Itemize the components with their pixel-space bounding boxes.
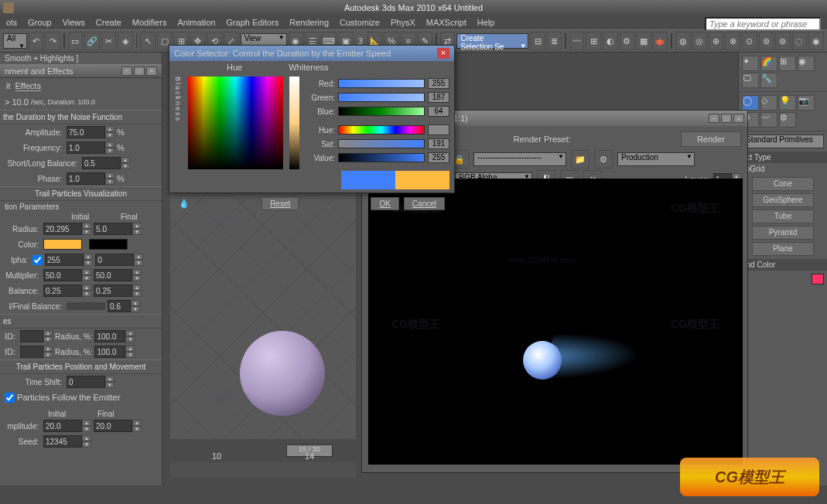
- blue-value[interactable]: 64: [428, 106, 449, 117]
- rw-maximize-icon[interactable]: □: [721, 114, 732, 123]
- production-dropdown[interactable]: Production: [617, 152, 695, 166]
- sphere-object[interactable]: [240, 331, 325, 416]
- hierarchy-tab-icon[interactable]: ⊞: [779, 56, 796, 71]
- hue-picker[interactable]: [188, 77, 283, 169]
- preset-save-icon[interactable]: ⚙: [594, 150, 613, 169]
- menu-help[interactable]: Help: [477, 18, 495, 27]
- amp2-final-spinner[interactable]: ▲▼: [94, 420, 142, 432]
- search-input[interactable]: [705, 17, 821, 31]
- menu-grapheditors[interactable]: Graph Editors: [226, 18, 279, 27]
- hue-slider[interactable]: [338, 125, 425, 135]
- layers-icon[interactable]: ≣: [547, 32, 562, 50]
- rw-close-icon[interactable]: ×: [733, 114, 744, 123]
- red-value[interactable]: 255: [428, 78, 449, 89]
- menu-animation[interactable]: Animation: [177, 18, 215, 27]
- selection-set-dropdown[interactable]: Create Selection Se: [456, 33, 528, 49]
- timeshift-spinner[interactable]: ▲▼: [67, 376, 114, 388]
- cameras-icon[interactable]: 📷: [798, 95, 815, 111]
- menu-modifiers[interactable]: Modifiers: [132, 18, 167, 27]
- spacewarps-icon[interactable]: 〰: [760, 112, 777, 128]
- blue-slider[interactable]: [338, 107, 425, 116]
- menu-group[interactable]: Group: [28, 18, 52, 27]
- object-color-swatch[interactable]: [812, 274, 824, 284]
- render-frame-icon[interactable]: ▦: [636, 32, 651, 50]
- finbal-slider[interactable]: [67, 302, 105, 310]
- cs-close-button[interactable]: ×: [437, 48, 449, 59]
- frequency-spinner[interactable]: ▲▼: [67, 141, 114, 154]
- motion-tab-icon[interactable]: ◉: [798, 56, 815, 71]
- geometry-icon[interactable]: ◯: [742, 95, 759, 111]
- seed-spinner[interactable]: ▲▼: [43, 435, 91, 448]
- preset-dropdown[interactable]: -------------------------: [473, 152, 566, 166]
- color-final-swatch[interactable]: [89, 239, 128, 250]
- tab-effects[interactable]: Effects: [15, 81, 41, 91]
- eyedropper-icon[interactable]: 💧: [179, 199, 190, 209]
- shapes-icon[interactable]: ◇: [760, 95, 777, 111]
- close-icon[interactable]: ×: [146, 66, 157, 76]
- reset-button[interactable]: Reset: [261, 197, 299, 210]
- tool-f-icon[interactable]: ⊚: [759, 32, 774, 50]
- cancel-button[interactable]: Cancel: [404, 197, 445, 210]
- alpha-initial-spinner[interactable]: ▲▼: [45, 254, 93, 266]
- menu-rendering[interactable]: Rendering: [289, 18, 329, 27]
- tool-a-icon[interactable]: ◍: [675, 32, 691, 50]
- tool-g-icon[interactable]: ⊛: [775, 32, 791, 50]
- id1-radius-spinner[interactable]: ▲▼: [94, 330, 135, 342]
- tool-h-icon[interactable]: ◌: [792, 32, 808, 50]
- rollout-trail-pos[interactable]: Trail Particles Position and Movement: [0, 359, 162, 374]
- display-tab-icon[interactable]: 🖵: [742, 73, 759, 88]
- undo-icon[interactable]: ↶: [29, 32, 44, 50]
- render-button[interactable]: Render: [681, 131, 741, 147]
- menu-tools[interactable]: ols: [6, 18, 17, 27]
- radius-initial-spinner[interactable]: ▲▼: [43, 223, 91, 235]
- id2-radius-spinner[interactable]: ▲▼: [94, 346, 135, 358]
- val-slider[interactable]: [338, 153, 425, 162]
- color-selector-titlebar[interactable]: Color Selector: Control the Duration by …: [169, 46, 454, 61]
- balance-spinner[interactable]: ▲▼: [82, 157, 130, 169]
- curve-editor-icon[interactable]: 〰: [569, 32, 585, 50]
- preset-load-icon[interactable]: 📁: [571, 150, 589, 169]
- all-dropdown[interactable]: All: [3, 33, 27, 49]
- menu-customize[interactable]: Customize: [340, 18, 380, 27]
- rollout-trail-viz[interactable]: Trail Particles Visualization: [0, 186, 162, 201]
- plane-button[interactable]: Plane: [752, 242, 814, 256]
- bal2-final-spinner[interactable]: ▲▼: [94, 284, 142, 297]
- cone-button[interactable]: Cone: [752, 177, 814, 191]
- quick-render-icon[interactable]: 🫖: [653, 32, 668, 50]
- pyramid-button[interactable]: Pyramid: [752, 226, 814, 240]
- create-tab-icon[interactable]: ✦: [742, 56, 759, 71]
- align-icon[interactable]: ⊟: [530, 32, 545, 50]
- bind-icon[interactable]: ◈: [118, 32, 133, 50]
- modify-tab-icon[interactable]: 🌈: [760, 56, 777, 71]
- minimize-icon[interactable]: −: [121, 66, 132, 76]
- utilities-tab-icon[interactable]: 🔧: [760, 73, 777, 88]
- whiteness-picker[interactable]: [289, 77, 299, 169]
- green-value[interactable]: 187: [428, 92, 449, 103]
- render-canvas[interactable]: CG模型王 CG模型王 CG模型王 CG模型王 www.CGMXW.com: [368, 179, 743, 465]
- bal2-initial-spinner[interactable]: ▲▼: [43, 284, 91, 297]
- phase-spinner[interactable]: ▲▼: [67, 172, 114, 185]
- mult-final-spinner[interactable]: ▲▼: [94, 269, 142, 281]
- rw-minimize-icon[interactable]: −: [709, 114, 719, 123]
- color-initial-swatch[interactable]: [43, 239, 82, 250]
- hue-value[interactable]: [428, 124, 449, 135]
- menu-physx[interactable]: PhysX: [391, 18, 415, 27]
- amp2-initial-spinner[interactable]: ▲▼: [43, 420, 91, 432]
- alpha-final-spinner[interactable]: ▲▼: [95, 254, 143, 266]
- select-icon[interactable]: ▭: [68, 32, 84, 50]
- sat-slider[interactable]: [338, 139, 425, 148]
- follow-checkbox[interactable]: [5, 393, 15, 403]
- ok-button[interactable]: OK: [371, 197, 398, 210]
- link-icon[interactable]: 🔗: [84, 32, 100, 50]
- green-slider[interactable]: [338, 93, 425, 102]
- tool-c-icon[interactable]: ⊕: [709, 32, 724, 50]
- material-icon[interactable]: ◐: [603, 32, 618, 50]
- tool-b-icon[interactable]: ◎: [692, 32, 707, 50]
- object-type-rollout[interactable]: ect Type: [739, 152, 827, 163]
- alpha-checkbox[interactable]: [32, 255, 43, 265]
- sat-value[interactable]: 191: [428, 138, 449, 149]
- cursor-icon[interactable]: ↖: [140, 32, 155, 50]
- primitives-dropdown[interactable]: Standard Primitives: [742, 135, 824, 148]
- rollout-es[interactable]: es: [0, 314, 162, 329]
- geosphere-button[interactable]: GeoSphere: [752, 193, 814, 207]
